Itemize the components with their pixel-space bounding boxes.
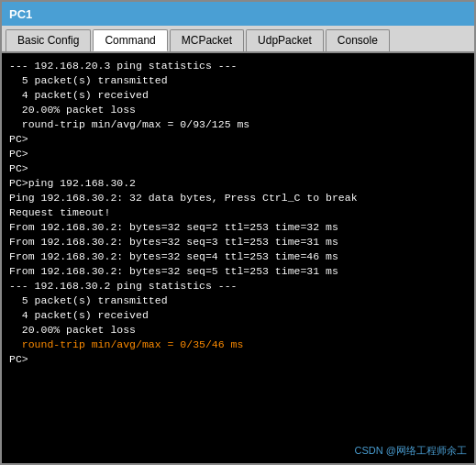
terminal-line: round-trip min/avg/max = 0/93/125 ms	[9, 117, 467, 132]
terminal-line: PC>	[9, 352, 467, 367]
terminal-line: round-trip min/avg/max = 0/35/46 ms	[9, 338, 467, 352]
terminal-line: --- 192.168.30.2 ping statistics ---	[9, 279, 467, 293]
terminal-line: PC>ping 192.168.30.2	[9, 176, 467, 191]
terminal-line: From 192.168.30.2: bytes=32 seq=5 ttl=25…	[9, 264, 467, 279]
terminal-line: PC>	[9, 147, 467, 161]
terminal-line: 4 packet(s) received	[9, 88, 467, 103]
terminal-line: From 192.168.30.2: bytes=32 seq=3 ttl=25…	[9, 235, 467, 249]
terminal-line: 5 packet(s) transmitted	[9, 73, 467, 88]
tab-basic-config[interactable]: Basic Config	[6, 29, 91, 51]
terminal-line: Request timeout!	[9, 205, 467, 220]
terminal-line: 20.00% packet loss	[9, 103, 467, 117]
terminal-line: --- 192.168.20.3 ping statistics ---	[9, 59, 467, 73]
title-bar: PC1	[2, 2, 474, 26]
tab-command[interactable]: Command	[93, 29, 167, 51]
window: PC1 Basic Config Command MCPacket UdpPac…	[0, 0, 476, 465]
terminal-line: PC>	[9, 132, 467, 147]
terminal-line: Ping 192.168.30.2: 32 data bytes, Press …	[9, 191, 467, 205]
watermark: CSDN @网络工程师余工	[355, 444, 467, 458]
terminal-line: PC>	[9, 161, 467, 176]
tab-bar: Basic Config Command MCPacket UdpPacket …	[2, 26, 474, 53]
terminal[interactable]: --- 192.168.20.3 ping statistics --- 5 p…	[2, 53, 474, 463]
tab-udppacket[interactable]: UdpPacket	[246, 29, 324, 51]
terminal-line: 5 packet(s) transmitted	[9, 293, 467, 308]
terminal-line: 4 packet(s) received	[9, 308, 467, 323]
tab-mcpacket[interactable]: MCPacket	[170, 29, 244, 51]
terminal-line: From 192.168.30.2: bytes=32 seq=2 ttl=25…	[9, 220, 467, 235]
window-title: PC1	[9, 7, 32, 21]
terminal-line: From 192.168.30.2: bytes=32 seq=4 ttl=25…	[9, 249, 467, 264]
terminal-line: 20.00% packet loss	[9, 323, 467, 338]
tab-console[interactable]: Console	[326, 29, 390, 51]
